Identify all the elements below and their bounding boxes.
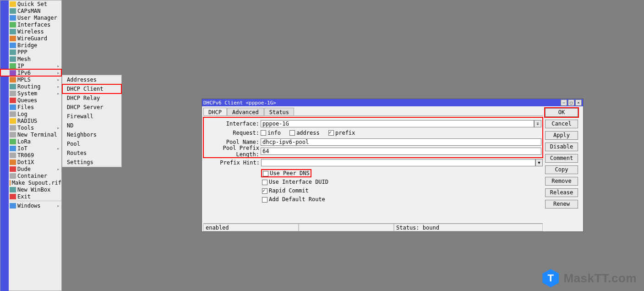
tools-icon [10, 125, 16, 131]
prefix-hint-input[interactable] [261, 159, 535, 166]
sidebar-item-label: User Manager [17, 15, 57, 21]
close-button[interactable]: × [575, 99, 582, 106]
remove-button[interactable]: Remove [545, 177, 578, 186]
prefix-hint-toggle[interactable]: ▼ [535, 159, 543, 166]
log-icon [10, 111, 16, 117]
winbox-icon [10, 187, 16, 192]
disable-button[interactable]: Disable [545, 143, 578, 151]
sidebar-item-log[interactable]: Log [0, 110, 61, 117]
sidebar-item-windows[interactable]: Windows ▸ [0, 202, 61, 209]
mpls-icon [10, 77, 16, 82]
sidebar-item-label: PPP [17, 49, 27, 55]
request-info-checkbox[interactable] [261, 130, 266, 136]
pool-prefix-length-input[interactable] [261, 148, 541, 155]
submenu-item-pool[interactable]: Pool [62, 139, 121, 148]
use-interface-duid-checkbox[interactable] [262, 180, 267, 185]
use-peer-dns-checkbox[interactable] [263, 171, 268, 176]
sidebar-item-interfaces[interactable]: Interfaces [0, 21, 61, 28]
sidebar-item-radius[interactable]: RADIUS [0, 117, 61, 124]
pool-name-label: Pool Name: [205, 139, 261, 145]
tab-advanced[interactable]: Advanced [227, 108, 264, 115]
apply-button[interactable]: Apply [545, 131, 578, 140]
sidebar-item-make-supout.rif[interactable]: Make Supout.rif [0, 179, 61, 186]
exit-icon [10, 194, 16, 199]
ok-button[interactable]: OK [545, 108, 578, 117]
sidebar-item-exit[interactable]: Exit [0, 193, 61, 200]
sidebar-item-label: WireGuard [17, 35, 47, 42]
submenu-item-dhcp-client[interactable]: DHCP Client [62, 84, 121, 93]
titlebar[interactable]: DHCPv6 Client <pppoe-1G> – □ × [202, 99, 583, 106]
sidebar-item-ip[interactable]: IP▸ [0, 62, 61, 69]
sidebar-item-ppp[interactable]: PPP [0, 49, 61, 55]
queues-icon [10, 98, 16, 103]
sidebar-item-wireguard[interactable]: WireGuard [0, 35, 61, 42]
add-default-route-checkbox[interactable] [262, 197, 267, 203]
iot-icon [10, 146, 16, 151]
comment-button[interactable]: Comment [545, 154, 578, 163]
sidebar-item-quick-set[interactable]: Quick Set [0, 0, 61, 7]
submenu-item-nd[interactable]: ND [62, 121, 121, 130]
interface-label: Interface: [205, 121, 261, 127]
sidebar-item-label: Container [17, 173, 47, 179]
sidebar-item-mpls[interactable]: MPLS▸ [0, 76, 61, 83]
sidebar-item-label: Bridge [17, 42, 37, 49]
sidebar-item-files[interactable]: Files [0, 104, 61, 110]
submenu-item-neighbors[interactable]: Neighbors [62, 130, 121, 139]
tab-dhcp[interactable]: DHCP [203, 108, 227, 115]
rapid-commit-label: Rapid Commit [269, 187, 309, 194]
release-button[interactable]: Release [545, 188, 578, 197]
add-default-route-label: Add Default Route [269, 196, 325, 203]
minimize-button[interactable]: – [561, 99, 567, 106]
use-peer-dns-label: Use Peer DNS [270, 170, 310, 176]
sidebar-item-mesh[interactable]: Mesh [0, 55, 61, 62]
dialog-buttons: OK Cancel Apply Disable Comment Copy Rem… [544, 106, 583, 231]
sidebar-item-label: Dot1X [17, 159, 34, 165]
sidebar-item-iot[interactable]: IoT▸ [0, 145, 61, 152]
submenu-item-settings[interactable]: Settings [62, 158, 121, 167]
sidebar-item-tr069[interactable]: TR069 [0, 152, 61, 159]
rapid-commit-checkbox[interactable] [262, 188, 267, 194]
sidebar-item-queues[interactable]: Queues [0, 97, 61, 104]
dot1x-icon [10, 159, 16, 165]
interface-dropdown[interactable]: ∓ [534, 120, 541, 127]
interface-input[interactable] [261, 120, 534, 127]
sidebar-item-new-terminal[interactable]: New Terminal [0, 131, 61, 138]
sidebar-item-ipv6[interactable]: IPv6▸ [0, 69, 61, 76]
submenu-item-dhcp-server[interactable]: DHCP Server [62, 103, 121, 112]
sidebar-item-label: MPLS [17, 77, 31, 83]
sidebar-item-new-winbox[interactable]: New WinBox [0, 186, 61, 193]
sidebar-item-user-manager[interactable]: User Manager [0, 14, 61, 21]
cancel-button[interactable]: Cancel [545, 120, 578, 128]
request-prefix-checkbox[interactable] [328, 130, 334, 136]
sidebar-item-dude[interactable]: Dude▸ [0, 165, 61, 172]
sidebar-item-system[interactable]: System▸ [0, 90, 61, 97]
renew-button[interactable]: Renew [545, 200, 578, 209]
pool-name-input[interactable] [261, 138, 541, 146]
sidebar-item-container[interactable]: Container [0, 172, 61, 179]
maximize-button[interactable]: □ [568, 99, 574, 106]
sidebar-item-bridge[interactable]: Bridge [0, 42, 61, 49]
chevron-right-icon: ▸ [57, 77, 60, 82]
submenu-item-dhcp-relay[interactable]: DHCP Relay [62, 93, 121, 103]
copy-button[interactable]: Copy [545, 165, 578, 174]
submenu-item-addresses[interactable]: Addresses [62, 75, 121, 84]
tr069-icon [10, 153, 16, 158]
container-icon [10, 173, 16, 179]
status-bound: Status: bound [394, 224, 543, 231]
request-address-checkbox[interactable] [289, 130, 295, 136]
sidebar-item-wireless[interactable]: Wireless [0, 28, 61, 35]
supout-icon [10, 180, 11, 186]
sidebar-item-lora[interactable]: LoRa [0, 138, 61, 145]
sidebar-item-tools[interactable]: Tools▸ [0, 124, 61, 131]
submenu-item-firewall[interactable]: Firewall [62, 112, 121, 121]
submenu-item-routes[interactable]: Routes [62, 148, 121, 158]
sidebar-item-capsman[interactable]: CAPsMAN [0, 7, 61, 14]
sidebar-item-routing[interactable]: Routing▸ [0, 83, 61, 90]
tab-status[interactable]: Status [264, 108, 294, 115]
chevron-right-icon: ▸ [57, 84, 60, 89]
pool-prefix-length-label: Pool Prefix Length: [205, 145, 261, 158]
lora-icon [10, 139, 16, 144]
sidebar-item-label: CAPsMAN [17, 8, 41, 14]
tabs: DHCPAdvancedStatus [202, 106, 544, 115]
sidebar-item-dot1x[interactable]: Dot1X [0, 159, 61, 165]
